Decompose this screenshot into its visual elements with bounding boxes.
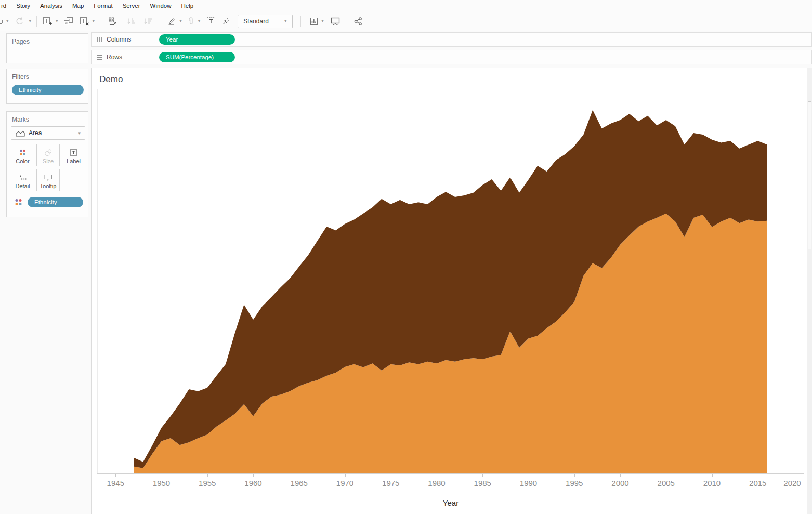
label-t-icon — [69, 148, 78, 157]
menu-item-story[interactable]: Story — [16, 3, 30, 9]
duplicate-sheet-icon[interactable] — [63, 14, 74, 29]
scrollbar-thumb[interactable] — [808, 101, 811, 249]
new-worksheet-caret-icon[interactable]: ▾ — [55, 19, 59, 23]
vertical-scrollbar — [807, 68, 812, 514]
rows-pill-sum-percentage[interactable]: SUM(Percentage) — [159, 52, 235, 62]
menu-item-dashboard-truncated[interactable]: rd — [1, 3, 6, 9]
x-tick-label: 2000 — [611, 479, 628, 487]
x-tick-mark — [345, 474, 346, 477]
cut-off-icon — [0, 14, 3, 29]
toolbar-separator — [300, 16, 301, 27]
highlight-caret-icon[interactable]: ▾ — [179, 19, 182, 23]
x-tick-mark — [529, 474, 529, 477]
fit-mode-caret-icon[interactable]: ▾ — [280, 15, 291, 28]
stacked-area-chart[interactable] — [97, 89, 804, 473]
x-tick-mark — [712, 474, 713, 477]
x-tick-label: 1975 — [382, 479, 399, 487]
marks-pill-ethnicity[interactable]: Ethnicity — [28, 197, 83, 207]
menu-item-server[interactable]: Server — [123, 3, 140, 9]
fix-axes-pin-icon[interactable] — [222, 14, 231, 29]
rows-icon — [96, 54, 102, 60]
show-me-caret-icon[interactable]: ▾ — [321, 19, 324, 23]
x-tick-mark — [620, 474, 621, 477]
toolbar-separator — [161, 16, 161, 27]
detail-dots-icon — [18, 174, 27, 182]
menu-bar: rd Story Analysis Map Format Server Wind… — [0, 0, 812, 11]
color-dots-icon — [18, 148, 27, 157]
refresh-icon — [15, 14, 24, 29]
worksheet-view: Demo 19451950195519601965197019751980198… — [91, 68, 807, 514]
rows-shelf-label: Rows — [107, 54, 122, 61]
paperclip-caret-icon: ▾ — [198, 19, 201, 23]
pages-shelf[interactable]: Pages — [6, 33, 88, 63]
undo-caret-icon[interactable]: ▾ — [6, 19, 9, 23]
show-mark-labels-icon[interactable] — [206, 14, 216, 29]
show-me-icon[interactable] — [307, 14, 319, 29]
x-tick-mark — [299, 474, 299, 477]
x-tick-label: 1985 — [474, 479, 491, 487]
x-axis-line — [97, 473, 804, 474]
filters-label: Filters — [12, 73, 29, 81]
detail-button-label: Detail — [15, 183, 30, 189]
columns-shelf-label: Columns — [107, 36, 131, 43]
color-button-label: Color — [16, 158, 29, 164]
columns-pill-year[interactable]: Year — [159, 34, 235, 45]
share-icon[interactable] — [353, 14, 363, 29]
swap-rows-columns-icon[interactable] — [108, 14, 119, 29]
menu-item-help[interactable]: Help — [181, 3, 193, 9]
x-tick-mark — [207, 474, 208, 477]
mark-type-select[interactable]: Area ▾ — [11, 126, 85, 140]
tooltip-bubble-icon — [44, 174, 53, 182]
x-tick-mark — [437, 474, 437, 477]
color-button[interactable]: Color — [11, 144, 34, 166]
size-button-label: Size — [43, 158, 54, 164]
marks-pill-label: Ethnicity — [34, 199, 57, 205]
x-tick-label: 1945 — [107, 479, 124, 487]
color-legend-dots-icon — [14, 197, 23, 207]
marks-label: Marks — [12, 116, 29, 123]
x-tick-label: 1965 — [291, 479, 308, 487]
toolbar: ▾ ▾ ▾ ▾ ▾ ▾ Standard ▾ ▾ — [0, 11, 812, 31]
tooltip-button-label: Tooltip — [40, 183, 57, 189]
x-tick-label: 1960 — [244, 479, 261, 487]
sort-descending-icon — [143, 14, 153, 29]
columns-icon — [96, 36, 102, 43]
filter-pill-label: Ethnicity — [19, 87, 41, 93]
x-tick-label: 2015 — [749, 479, 766, 487]
highlight-pen-icon[interactable] — [167, 14, 177, 29]
x-tick-mark — [482, 474, 483, 477]
menu-item-analysis[interactable]: Analysis — [40, 3, 62, 9]
fit-mode-select[interactable]: Standard ▾ — [238, 15, 293, 28]
mark-type-caret-icon[interactable]: ▾ — [77, 131, 81, 136]
columns-shelf[interactable]: Columns Year — [91, 32, 812, 47]
rows-shelf-head: Rows — [92, 50, 156, 64]
new-worksheet-icon[interactable] — [43, 14, 53, 29]
toolbar-separator — [347, 16, 347, 27]
refresh-caret-icon: ▾ — [29, 19, 32, 23]
filter-pill-ethnicity[interactable]: Ethnicity — [12, 85, 84, 95]
tooltip-button[interactable]: Tooltip — [36, 169, 60, 191]
menu-item-map[interactable]: Map — [72, 3, 84, 9]
mark-type-value: Area — [29, 129, 42, 137]
presentation-mode-icon[interactable] — [330, 14, 340, 29]
menu-item-window[interactable]: Window — [150, 3, 172, 9]
label-button[interactable]: Label — [62, 144, 85, 166]
sort-ascending-icon — [127, 14, 136, 29]
columns-shelf-head: Columns — [92, 33, 156, 46]
columns-pill-label: Year — [166, 36, 178, 43]
clear-sheet-caret-icon[interactable]: ▾ — [92, 19, 96, 23]
sheet-title[interactable]: Demo — [99, 74, 123, 85]
x-tick-mark — [758, 474, 758, 477]
x-tick-label: 2005 — [658, 479, 675, 487]
rows-pill-label: SUM(Percentage) — [166, 54, 214, 60]
menu-item-format[interactable]: Format — [94, 3, 112, 9]
pages-label: Pages — [12, 38, 30, 45]
detail-button[interactable]: Detail — [11, 169, 34, 191]
rows-shelf[interactable]: Rows SUM(Percentage) — [91, 50, 812, 64]
x-tick-label: 1990 — [520, 479, 537, 487]
filters-shelf[interactable]: Filters Ethnicity — [6, 69, 88, 104]
clear-sheet-icon[interactable] — [80, 14, 89, 29]
marks-card: Marks Area ▾ Color Size Label Detail Too… — [6, 111, 88, 217]
area-chart-icon — [16, 130, 25, 137]
x-tick-mark — [162, 474, 162, 477]
